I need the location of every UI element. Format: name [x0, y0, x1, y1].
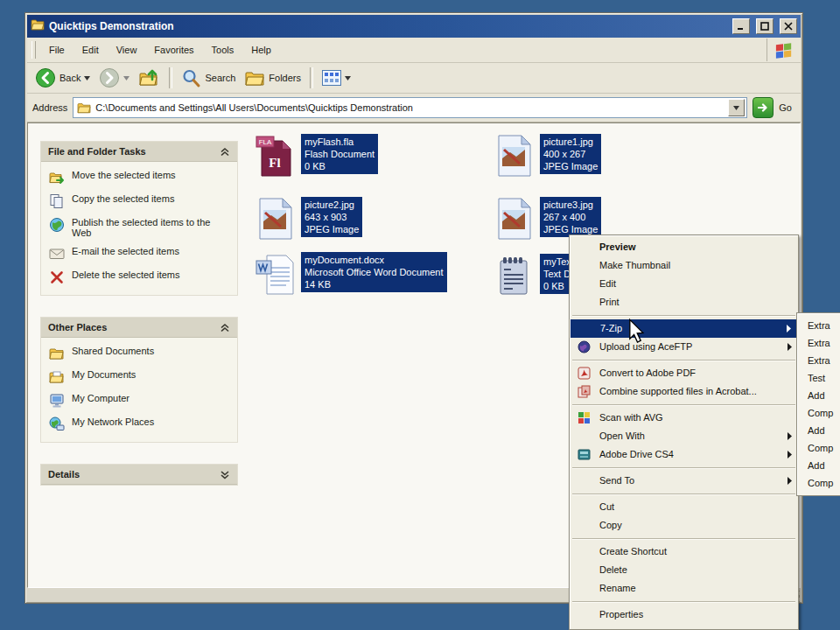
address-path-text: C:\Documents and Settings\All Users\Docu… [95, 102, 724, 113]
menu-item-edit[interactable]: Edit [570, 275, 798, 293]
word-file-icon [255, 252, 295, 296]
address-label: Address [32, 102, 67, 113]
menu-favorites[interactable]: Favorites [145, 41, 202, 59]
menu-help[interactable]: Help [242, 41, 280, 59]
menu-item-copy[interactable]: Copy [570, 516, 798, 535]
submenu-arrow-icon [788, 343, 792, 351]
up-button[interactable] [134, 67, 164, 88]
panel-header-details[interactable]: Details [41, 465, 237, 485]
aceftp-icon [578, 340, 591, 354]
place-label: My Network Places [72, 416, 154, 427]
folders-label: Folders [269, 73, 301, 83]
menu-item-upload-aceftp[interactable]: Upload using AceFTP [570, 338, 798, 356]
title-bar[interactable]: Quicktips Demonstration [27, 15, 801, 38]
go-label: Go [779, 102, 792, 113]
jpeg-file-icon [255, 197, 295, 241]
menu-item-convert-adobe-pdf[interactable]: Convert to Adobe PDF [570, 364, 798, 382]
panel-title: Other Places [48, 322, 107, 332]
file-tile-picture1[interactable]: picture1.jpg400 x 267JPEG Image [494, 134, 601, 178]
back-button[interactable]: Back [31, 67, 94, 88]
task-delete-items[interactable]: Delete the selected items [49, 270, 232, 285]
search-button[interactable]: Search [177, 68, 240, 88]
panel-details: Details [40, 464, 238, 486]
menu-item-rename[interactable]: Rename [570, 579, 798, 598]
menu-item-combine-acrobat[interactable]: Combine supported files in Acrobat... [570, 382, 798, 401]
place-my-network-places[interactable]: My Network Places [49, 416, 232, 432]
file-label: picture2.jpg643 x 903JPEG Image [301, 197, 362, 237]
go-button[interactable] [752, 97, 774, 118]
move-icon [49, 170, 65, 186]
panel-header-tasks[interactable]: File and Folder Tasks [41, 142, 237, 162]
panel-title: Details [48, 469, 80, 480]
menu-item-adobe-drive[interactable]: Adobe Drive CS4 [570, 445, 798, 464]
submenu-arrow-icon [787, 325, 791, 332]
delete-x-icon [49, 270, 65, 285]
task-move-items[interactable]: Move the selected items [49, 170, 232, 186]
menu-item-send-to[interactable]: Send To [570, 472, 798, 490]
task-email-items[interactable]: E-mail the selected items [49, 246, 232, 262]
menu-separator [572, 494, 795, 494]
menu-separator [572, 360, 795, 360]
menu-file[interactable]: File [40, 41, 74, 59]
search-icon [181, 68, 201, 88]
menu-edit[interactable]: Edit [74, 41, 108, 59]
panel-title: File and Folder Tasks [48, 146, 146, 157]
menu-item-properties[interactable]: Properties [570, 606, 798, 624]
menu-item-delete[interactable]: Delete [570, 561, 798, 579]
minimize-button[interactable] [732, 18, 750, 34]
menu-item-cut[interactable]: Cut [570, 498, 798, 516]
maximize-button[interactable] [756, 18, 774, 34]
menu-item-preview[interactable]: Preview [570, 238, 798, 256]
network-icon [49, 416, 65, 432]
task-label: Move the selected items [72, 170, 176, 180]
address-dropdown-button[interactable] [728, 99, 745, 116]
chevron-up-icon [220, 323, 230, 332]
address-input[interactable]: C:\Documents and Settings\All Users\Docu… [73, 97, 747, 118]
task-publish-items[interactable]: Publish the selected items to the Web [49, 217, 232, 238]
file-tile-myflash[interactable]: FLA Fl myFlash.flaFlash Document0 KB [255, 134, 378, 178]
file-tile-mydocument[interactable]: myDocument.docxMicrosoft Office Word Doc… [255, 252, 447, 296]
menu-view[interactable]: View [108, 41, 146, 59]
submenu-item-extract[interactable]: Extra [797, 334, 840, 352]
menu-separator [572, 315, 795, 316]
views-button[interactable] [318, 70, 355, 86]
folders-button[interactable]: Folders [240, 68, 305, 88]
menu-separator [572, 404, 795, 405]
folder-icon [49, 346, 65, 361]
submenu-item-extract[interactable]: Extra [797, 352, 840, 369]
menu-item-open-with[interactable]: Open With [570, 427, 798, 445]
menu-item-make-thumbnail[interactable]: Make Thumbnail [570, 256, 798, 275]
svg-text:Fl: Fl [269, 156, 280, 170]
file-tile-picture2[interactable]: picture2.jpg643 x 903JPEG Image [255, 197, 362, 241]
chevron-down-icon [220, 470, 230, 480]
menu-item-scan-avg[interactable]: Scan with AVG [570, 409, 798, 427]
menu-item-label: 7-Zip [600, 323, 622, 333]
back-dropdown-icon [84, 76, 90, 80]
fla-file-icon: FLA Fl [255, 134, 295, 178]
forward-dropdown-icon [123, 76, 130, 80]
forward-button[interactable] [94, 67, 134, 88]
menu-tools[interactable]: Tools [203, 41, 243, 59]
menu-item-print[interactable]: Print [570, 293, 798, 312]
submenu-item-add[interactable]: Add [797, 387, 840, 404]
place-my-computer[interactable]: My Computer [49, 393, 232, 409]
submenu-item-compress[interactable]: Comp [797, 404, 840, 422]
address-dropdown-icon [733, 106, 739, 110]
task-copy-items[interactable]: Copy the selected items [49, 193, 232, 209]
views-dropdown-icon [345, 76, 351, 80]
menu-item-7zip[interactable]: 7-Zip [570, 319, 797, 338]
menu-separator [572, 467, 795, 468]
sidebar: File and Folder Tasks Move the selected … [40, 141, 238, 507]
menu-item-create-shortcut[interactable]: Create Shortcut [570, 542, 798, 561]
submenu-item-compress[interactable]: Comp [797, 439, 840, 457]
submenu-item-add[interactable]: Add [797, 457, 840, 474]
panel-header-places[interactable]: Other Places [41, 318, 237, 338]
submenu-item-test[interactable]: Test [797, 369, 840, 387]
file-tile-mytext[interactable]: myTexText D0 KB [494, 254, 575, 298]
close-button[interactable] [780, 18, 797, 34]
place-shared-documents[interactable]: Shared Documents [49, 346, 232, 361]
submenu-item-compress[interactable]: Comp [797, 474, 840, 492]
submenu-item-add[interactable]: Add [797, 422, 840, 439]
place-my-documents[interactable]: My Documents [49, 369, 232, 385]
submenu-item-extract[interactable]: Extra [797, 317, 840, 334]
